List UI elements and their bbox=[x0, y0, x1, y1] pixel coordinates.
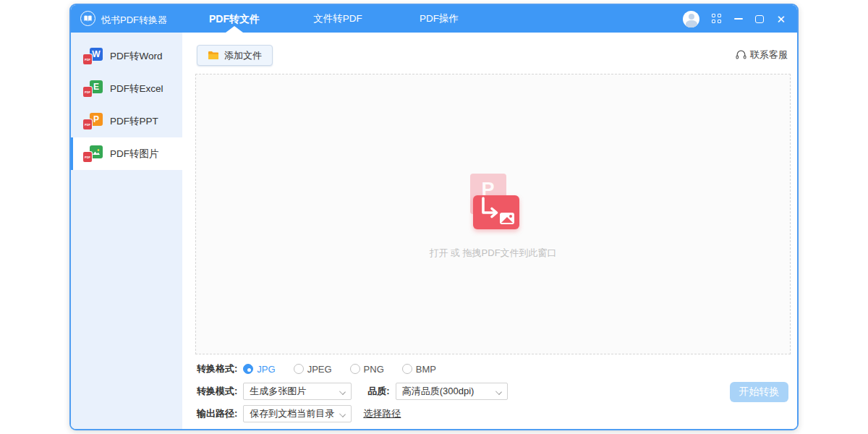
sidebar-item-label: PDF转图片 bbox=[110, 148, 159, 161]
app-window: 悦书PDF转换器 PDF转文件 文件转PDF PDF操作 ✕ W PDF PDF… bbox=[69, 4, 799, 430]
main-panel: 添加文件 联系客服 P 打开 或 拖拽PDF文件到此 bbox=[182, 33, 797, 429]
radio-jpg[interactable]: JPG bbox=[243, 364, 275, 375]
output-row: 输出路径: 保存到文档当前目录 选择路径 bbox=[197, 405, 401, 422]
titlebar: 悦书PDF转换器 PDF转文件 文件转PDF PDF操作 ✕ bbox=[71, 5, 797, 33]
radio-dot bbox=[243, 364, 253, 374]
radio-dot bbox=[350, 364, 360, 374]
quality-value: 高清品质(300dpi) bbox=[402, 385, 475, 398]
maximize-icon[interactable] bbox=[755, 15, 764, 23]
pdf-to-image-dropzone-icon: P bbox=[467, 174, 519, 230]
window-content: W PDF PDF转Word E PDF PDF转Excel P PDF PDF… bbox=[71, 33, 797, 429]
tab-file-to-pdf[interactable]: 文件转PDF bbox=[313, 5, 362, 33]
output-path-select[interactable]: 保存到文档当前目录 bbox=[243, 405, 352, 422]
titlebar-controls: ✕ bbox=[683, 5, 786, 33]
folder-icon bbox=[208, 51, 219, 60]
choose-path-link[interactable]: 选择路径 bbox=[363, 407, 401, 420]
active-tab-caret bbox=[226, 26, 243, 33]
quality-label: 品质: bbox=[367, 385, 389, 398]
mode-select[interactable]: 生成多张图片 bbox=[243, 383, 352, 400]
start-convert-button[interactable]: 开始转换 bbox=[730, 382, 788, 402]
radio-jpeg[interactable]: JPEG bbox=[294, 364, 332, 375]
format-row: 转换格式: JPG JPEG PNG BMP bbox=[197, 362, 454, 375]
chevron-down-icon bbox=[495, 388, 502, 395]
contact-support-button[interactable]: 联系客服 bbox=[736, 48, 788, 61]
sidebar-item-label: PDF转Excel bbox=[110, 82, 163, 95]
tab-pdf-operations[interactable]: PDF操作 bbox=[420, 5, 459, 33]
output-path-value: 保存到文档当前目录 bbox=[250, 407, 334, 420]
sidebar-item-label: PDF转PPT bbox=[110, 115, 158, 128]
mode-label: 转换模式: bbox=[197, 385, 237, 398]
pdf-dropzone[interactable]: P 打开 或 拖拽PDF文件到此窗口 bbox=[195, 74, 791, 354]
convert-arrow-icon bbox=[473, 195, 519, 229]
word-file-icon: W PDF bbox=[83, 48, 103, 64]
sidebar-item-label: PDF转Word bbox=[110, 50, 163, 63]
add-file-label: 添加文件 bbox=[224, 49, 262, 62]
sidebar-item-pdf-to-ppt[interactable]: P PDF PDF转PPT bbox=[71, 105, 182, 137]
headset-icon bbox=[736, 50, 746, 60]
radio-png[interactable]: PNG bbox=[350, 364, 384, 375]
sidebar: W PDF PDF转Word E PDF PDF转Excel P PDF PDF… bbox=[71, 33, 182, 429]
app-logo-icon bbox=[80, 11, 95, 26]
output-label: 输出路径: bbox=[197, 407, 237, 420]
radio-dot bbox=[402, 364, 412, 374]
dropzone-hint: 打开 或 拖拽PDF文件到此窗口 bbox=[196, 247, 790, 260]
apps-grid-icon[interactable] bbox=[712, 14, 722, 24]
chevron-down-icon bbox=[339, 388, 346, 395]
close-icon[interactable]: ✕ bbox=[776, 14, 786, 25]
radio-bmp[interactable]: BMP bbox=[402, 364, 436, 375]
radio-dot bbox=[294, 364, 304, 374]
quality-select[interactable]: 高清品质(300dpi) bbox=[396, 383, 508, 400]
sidebar-item-pdf-to-word[interactable]: W PDF PDF转Word bbox=[71, 40, 182, 72]
ppt-file-icon: P PDF bbox=[83, 113, 103, 129]
sidebar-item-pdf-to-image[interactable]: PDF PDF转图片 bbox=[71, 137, 182, 170]
contact-support-label: 联系客服 bbox=[750, 48, 788, 61]
mode-value: 生成多张图片 bbox=[250, 385, 306, 398]
add-file-button[interactable]: 添加文件 bbox=[197, 45, 273, 66]
app-title: 悦书PDF转换器 bbox=[101, 14, 167, 27]
mode-row: 转换模式: 生成多张图片 品质: 高清品质(300dpi) bbox=[197, 383, 508, 400]
chevron-down-icon bbox=[339, 411, 346, 417]
minimize-icon[interactable] bbox=[734, 18, 743, 20]
excel-file-icon: E PDF bbox=[83, 80, 103, 97]
sidebar-item-pdf-to-excel[interactable]: E PDF PDF转Excel bbox=[71, 72, 182, 105]
format-label: 转换格式: bbox=[197, 362, 237, 375]
image-file-icon: PDF bbox=[83, 145, 103, 162]
image-result-icon bbox=[500, 213, 514, 224]
user-avatar-icon[interactable] bbox=[683, 11, 699, 27]
